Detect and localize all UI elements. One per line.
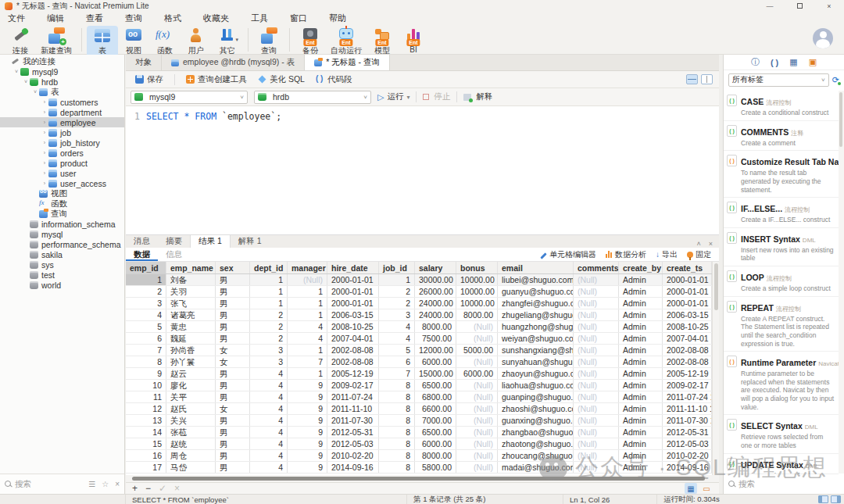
cell-dept_id[interactable]: 3	[250, 345, 288, 356]
column-header-sex[interactable]: sex	[216, 262, 250, 273]
column-header-manager[interactable]: manager	[288, 262, 327, 273]
cell-email[interactable]: zhangfei@shuguo.com	[498, 298, 574, 309]
cell-bonus[interactable]: (Null)	[456, 427, 498, 438]
cell-hire_date[interactable]: 2008-10-25	[327, 321, 379, 332]
cell-emp_name[interactable]: 周仓	[166, 450, 216, 461]
tree-item-表[interactable]: ˅表	[0, 87, 124, 97]
cell-bonus[interactable]: (Null)	[456, 450, 498, 461]
cell-create_ts[interactable]: 2014-09-16 10	[663, 462, 712, 473]
menu-item-5[interactable]: 收藏夹	[203, 13, 229, 24]
cell-email[interactable]: zhaotong@shuguo.com	[498, 438, 574, 449]
toolbar-button-bi[interactable]: EntBI	[398, 26, 429, 55]
close-results-icon[interactable]: ×	[709, 240, 713, 248]
tree-item-product[interactable]: ›product	[0, 158, 124, 168]
cell-bonus[interactable]: 10000.00	[456, 274, 498, 285]
cell-create_by[interactable]: Admin	[619, 345, 663, 356]
tree-item-mysql[interactable]: mysql	[0, 229, 124, 239]
expand-arrow-icon[interactable]: ›	[41, 99, 48, 105]
cell-dept_id[interactable]: 4	[250, 380, 288, 391]
collapse-all-icon[interactable]: ×	[115, 480, 120, 488]
database-select[interactable]: hrdb ˅	[254, 91, 371, 104]
toolbar-button-others[interactable]: ▾其它	[212, 26, 243, 57]
cell-job_id[interactable]: 8	[379, 415, 415, 426]
cell-emp_id[interactable]: 17	[126, 462, 166, 473]
cell-create_ts[interactable]: 2008-10-25 10	[663, 321, 712, 332]
beautify-sql-button[interactable]: 美化 SQL	[255, 73, 308, 87]
tree-item-world[interactable]: world	[0, 280, 124, 290]
tree-item-employee[interactable]: ›employee	[0, 117, 124, 127]
cell-comments[interactable]: (Null)	[574, 450, 619, 461]
cell-emp_id[interactable]: 6	[126, 333, 166, 344]
column-header-comments[interactable]: comments	[574, 262, 619, 273]
cell-emp_name[interactable]: 诸葛亮	[166, 309, 216, 320]
grid-vertical-scrollbar[interactable]	[712, 262, 719, 475]
cell-hire_date[interactable]: 2011-07-30	[327, 415, 379, 426]
tree-item-user_access[interactable]: ›user_access	[0, 178, 124, 188]
cell-manager[interactable]: 1	[288, 286, 327, 297]
run-button[interactable]: 运行	[387, 91, 403, 102]
column-header-email[interactable]: email	[498, 262, 574, 273]
snippet-tab-icon[interactable]: ( )	[771, 58, 778, 67]
table-row[interactable]: 6魏延男242007-04-0147500.00(Null)weiyan@shu…	[126, 333, 712, 345]
column-header-create_ts[interactable]: create_ts	[663, 262, 712, 273]
column-header-dept_id[interactable]: dept_id	[250, 262, 288, 273]
cell-bonus[interactable]: (Null)	[456, 333, 498, 344]
cell-dept_id[interactable]: 3	[250, 356, 288, 367]
cell-hire_date[interactable]: 2007-04-01	[327, 333, 379, 344]
cell-sex[interactable]: 女	[216, 345, 250, 356]
cell-hire_date[interactable]: 2011-07-24	[327, 391, 379, 402]
cell-salary[interactable]: 15000.00	[415, 368, 456, 379]
toggle-left-panel-icon[interactable]	[818, 495, 828, 503]
data-subtab-0[interactable]: 数据	[126, 248, 158, 261]
toolbar-button-view[interactable]: 视图	[118, 26, 149, 57]
cell-editor-button[interactable]: 单元格编辑器	[540, 249, 596, 260]
column-header-emp_name[interactable]: emp_name	[166, 262, 216, 273]
cell-create_ts[interactable]: 2002-08-08 10	[663, 345, 712, 356]
cell-emp_name[interactable]: 张飞	[166, 298, 216, 309]
sidebar-search[interactable]: 搜索 ☰ ☆ ×	[0, 474, 124, 494]
cell-dept_id[interactable]: 4	[250, 438, 288, 449]
tree-item-user[interactable]: ›user	[0, 168, 124, 178]
tree-item-sys[interactable]: sys	[0, 259, 124, 270]
cell-bonus[interactable]: (Null)	[456, 403, 498, 414]
data-subtab-1[interactable]: 信息	[158, 248, 190, 261]
cell-email[interactable]: zhangbao@shuguo.com	[498, 427, 574, 438]
cell-manager[interactable]: 1	[288, 368, 327, 379]
delete-record-button[interactable]: −	[145, 483, 151, 494]
explain-button[interactable]: 解释	[476, 91, 492, 102]
snippet-item[interactable]: ( )LOOP流程控制Create a simple loop construc…	[724, 266, 839, 297]
cell-create_by[interactable]: Admin	[619, 309, 663, 320]
tree-item-sakila[interactable]: sakila	[0, 249, 124, 259]
cell-hire_date[interactable]: 2005-12-19	[327, 368, 379, 379]
cell-hire_date[interactable]: 2011-11-10	[327, 403, 379, 414]
cell-create_ts[interactable]: 2012-05-31 10	[663, 427, 712, 438]
cell-create_ts[interactable]: 2007-04-01 10	[663, 333, 712, 344]
cell-salary[interactable]: 6500.00	[415, 427, 456, 438]
cell-comments[interactable]: (Null)	[574, 380, 619, 391]
cell-bonus[interactable]: (Null)	[456, 391, 498, 402]
cell-email[interactable]: sunshangxiang@shuguc	[498, 345, 574, 356]
cell-comments[interactable]: (Null)	[574, 368, 619, 379]
cell-emp_name[interactable]: 刘备	[166, 274, 216, 285]
cell-create_ts[interactable]: 2000-01-01 10	[663, 286, 712, 297]
cell-hire_date[interactable]: 2012-05-31	[327, 427, 379, 438]
column-header-emp_id[interactable]: emp_id	[126, 262, 166, 273]
cell-emp_name[interactable]: 马岱	[166, 462, 216, 473]
toolbar-button-table[interactable]: 表	[87, 26, 118, 57]
cell-emp_name[interactable]: 赵氏	[166, 403, 216, 414]
cell-emp_id[interactable]: 16	[126, 450, 166, 461]
expand-arrow-icon[interactable]: ˅	[22, 79, 30, 84]
result-tab-0[interactable]: 消息	[126, 234, 158, 248]
cell-create_by[interactable]: Admin	[619, 438, 663, 449]
cell-hire_date[interactable]: 2000-01-01	[327, 298, 379, 309]
column-header-hire_date[interactable]: hire_date	[327, 262, 379, 273]
cell-job_id[interactable]: 1	[379, 274, 415, 285]
split-horizontal-toggle[interactable]	[686, 74, 698, 84]
table-row[interactable]: 13关兴男492011-07-3087000.00(Null)guanxing@…	[126, 415, 712, 427]
cell-sex[interactable]: 男	[216, 274, 250, 285]
cell-dept_id[interactable]: 1	[250, 298, 288, 309]
cell-email[interactable]: guanping@shuguo.com	[498, 391, 574, 402]
cell-create_by[interactable]: Admin	[619, 427, 663, 438]
cell-create_by[interactable]: Admin	[619, 403, 663, 414]
cell-emp_id[interactable]: 8	[126, 356, 166, 367]
